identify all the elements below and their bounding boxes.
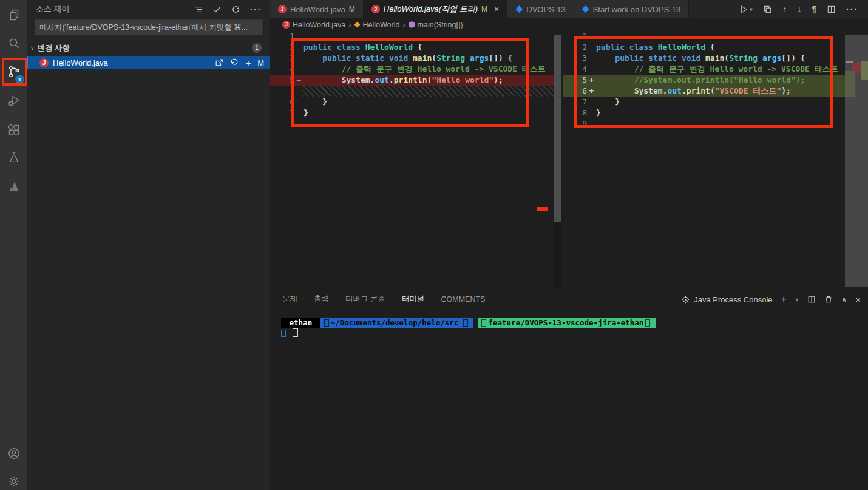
breadcrumb-separator: › bbox=[348, 21, 351, 29]
new-terminal-button[interactable]: + bbox=[781, 294, 787, 305]
terminal-branch-chip: feature/DVOPS-13-vscode-jira-ethan bbox=[478, 318, 656, 328]
code-text bbox=[303, 31, 554, 42]
java-file-icon: J bbox=[39, 58, 49, 67]
editor-tab[interactable]: Start work on DVOPS-13 bbox=[574, 0, 690, 18]
diff-sign bbox=[587, 64, 596, 75]
code-line: 4 // 출력 문구 변경 Hello world -> VSCODE 테스트 bbox=[270, 64, 554, 75]
breadcrumb-separator: › bbox=[402, 21, 405, 29]
run-dropdown-chevron-icon[interactable]: ∨ bbox=[750, 7, 753, 12]
code-text: // 출력 문구 변경 Hello world -> VSCODE 테스트 bbox=[303, 64, 554, 75]
split-terminal-icon[interactable] bbox=[807, 295, 816, 304]
refresh-icon[interactable] bbox=[231, 5, 240, 14]
code-text: System.out.print("VSCODE 테스트"); bbox=[596, 86, 845, 97]
editor-more-actions-icon[interactable]: ··· bbox=[846, 4, 858, 14]
testing-beaker-icon[interactable] bbox=[0, 143, 27, 171]
run-java-button[interactable]: ∨ bbox=[739, 5, 753, 14]
diff-added-line: 6+ System.out.print("VSCODE 테스트"); bbox=[563, 86, 845, 97]
line-number: 3 bbox=[270, 53, 294, 64]
diff-sign bbox=[587, 53, 596, 64]
diff-sign bbox=[294, 107, 303, 118]
code-line: 4 // 출력 문구 변경 Hello world -> VSCODE 테스트 bbox=[563, 64, 845, 75]
settings-gear-icon[interactable] bbox=[0, 468, 27, 490]
panel-tab[interactable]: 디버그 콘솔 bbox=[345, 290, 385, 308]
atlassian-icon[interactable] bbox=[0, 172, 27, 200]
editor-tab-bar: JHelloWorld.javaMJHelloWorld.java(작업 트리)… bbox=[270, 0, 868, 18]
diff-sign: + bbox=[587, 75, 596, 86]
line-number: 2 bbox=[270, 42, 294, 53]
git-branch-glyph-box bbox=[481, 319, 486, 327]
diff-sign bbox=[587, 42, 596, 53]
tab-label: HelloWorld.java(작업 트리) bbox=[384, 4, 478, 15]
annotation-dash bbox=[537, 207, 548, 211]
method-icon bbox=[409, 21, 415, 28]
changed-file-row[interactable]: J HelloWorld.java + M bbox=[27, 56, 270, 69]
terminal[interactable]: ethan ~/Documents/develop/helo/src featu… bbox=[281, 318, 656, 338]
line-number: 2 bbox=[563, 42, 587, 53]
diff-modified-pane[interactable]: 12public class HelloWorld {3 public stat… bbox=[563, 31, 845, 129]
search-icon[interactable] bbox=[0, 29, 27, 57]
next-change-icon[interactable]: ↓ bbox=[797, 4, 801, 14]
java-process-console-icon bbox=[681, 295, 690, 304]
stage-changes-icon[interactable]: + bbox=[245, 58, 251, 68]
line-number: 9 bbox=[563, 118, 587, 129]
render-whitespace-icon[interactable]: ¶ bbox=[812, 4, 816, 14]
line-number: 1 bbox=[270, 31, 294, 42]
terminal-dropdown-chevron-icon[interactable]: ∨ bbox=[795, 297, 799, 302]
activity-bar: 1 bbox=[0, 0, 27, 490]
diff-original-pane[interactable]: 12public class HelloWorld {3 public stat… bbox=[270, 31, 554, 118]
code-line: 9 bbox=[563, 118, 845, 129]
code-text bbox=[596, 31, 845, 42]
editor-tab[interactable]: JHelloWorld.javaM bbox=[270, 0, 364, 18]
editor-tab[interactable]: DVOPS-13 bbox=[507, 0, 574, 18]
tab-label: Start work on DVOPS-13 bbox=[593, 5, 681, 14]
diff-sign bbox=[587, 118, 596, 129]
terminal-profile-label[interactable]: Java Process Console bbox=[681, 295, 772, 304]
maximize-panel-icon[interactable]: ∧ bbox=[841, 295, 847, 304]
discard-changes-icon[interactable] bbox=[230, 58, 239, 67]
explorer-icon[interactable] bbox=[0, 1, 27, 29]
line-number: 4 bbox=[270, 64, 294, 75]
previous-change-icon[interactable]: ↑ bbox=[782, 4, 787, 14]
code-text: // 출력 문구 변경 Hello world -> VSCODE 테스트 bbox=[596, 64, 845, 75]
diff-sign bbox=[294, 64, 303, 75]
diff-sign bbox=[294, 97, 303, 107]
java-icon: J bbox=[278, 5, 287, 13]
changes-section-header[interactable]: ∨ 변경 사항 1 bbox=[27, 41, 270, 55]
extensions-icon[interactable] bbox=[0, 116, 27, 144]
account-icon[interactable] bbox=[0, 440, 27, 468]
terminal-path-chip: ~/Documents/develop/helo/src bbox=[320, 318, 473, 328]
breadcrumb-item[interactable]: main(String[]) bbox=[409, 21, 463, 29]
kill-terminal-trash-icon[interactable] bbox=[824, 295, 833, 304]
panel-tab[interactable]: 출력 bbox=[314, 290, 329, 308]
breadcrumb: JHelloWorld.java›HelloWorld›main(String[… bbox=[270, 18, 554, 31]
source-control-icon[interactable]: 1 bbox=[0, 58, 27, 86]
open-file-icon[interactable] bbox=[215, 58, 223, 67]
open-changes-icon[interactable] bbox=[763, 5, 772, 14]
line-number: 5 bbox=[563, 75, 587, 86]
code-line: 8} bbox=[563, 107, 845, 118]
close-panel-icon[interactable]: × bbox=[855, 294, 861, 305]
close-tab-icon[interactable]: × bbox=[494, 4, 499, 14]
left-scrollbar-thumb[interactable] bbox=[554, 35, 561, 222]
breadcrumb-item[interactable]: HelloWorld bbox=[354, 21, 399, 29]
panel-tab[interactable]: 문제 bbox=[282, 290, 297, 308]
diff-sign bbox=[587, 97, 596, 107]
modified-badge: M bbox=[481, 5, 487, 13]
panel-tab[interactable]: COMMENTS bbox=[441, 290, 485, 308]
scm-change-count-badge: 1 bbox=[15, 75, 24, 84]
code-line: 2public class HelloWorld { bbox=[270, 42, 554, 53]
view-as-tree-icon[interactable] bbox=[194, 5, 203, 14]
code-line: 7} bbox=[270, 107, 554, 118]
commit-check-icon[interactable] bbox=[212, 5, 222, 14]
java-icon: J bbox=[282, 21, 290, 29]
editor-tab[interactable]: JHelloWorld.java(작업 트리)M× bbox=[364, 0, 508, 18]
split-editor-icon[interactable] bbox=[827, 5, 836, 14]
run-debug-icon[interactable] bbox=[0, 87, 27, 115]
overview-ruler[interactable] bbox=[845, 35, 868, 287]
commit-message-input[interactable]: 메시지('feature/DVOPS-13-vscode-jira-ethan'… bbox=[35, 19, 263, 35]
chevron-down-icon: ∨ bbox=[30, 45, 35, 51]
more-actions-icon[interactable]: ··· bbox=[250, 5, 262, 14]
code-text: //System.out.println("Hello world"); bbox=[596, 75, 845, 86]
panel-tab[interactable]: 터미널 bbox=[402, 290, 425, 308]
breadcrumb-item[interactable]: JHelloWorld.java bbox=[282, 21, 345, 29]
